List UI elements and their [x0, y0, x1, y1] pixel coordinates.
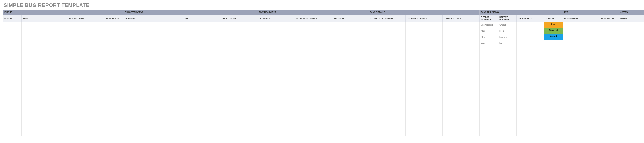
cell[interactable] [22, 130, 68, 136]
cell[interactable] [368, 70, 406, 76]
cell[interactable] [68, 22, 105, 28]
cell[interactable] [368, 94, 406, 100]
cell[interactable] [332, 58, 368, 64]
cell[interactable] [332, 124, 368, 130]
cell[interactable] [442, 88, 480, 94]
cell[interactable] [600, 130, 618, 136]
cell[interactable] [105, 46, 123, 52]
cell[interactable] [105, 70, 123, 76]
cell[interactable] [516, 106, 544, 112]
cell[interactable] [123, 22, 184, 28]
cell[interactable] [368, 22, 406, 28]
cell[interactable] [105, 64, 123, 70]
cell[interactable] [406, 64, 442, 70]
cell[interactable] [184, 88, 220, 94]
cell[interactable] [184, 34, 220, 40]
cell[interactable] [184, 58, 220, 64]
cell[interactable] [68, 124, 105, 130]
cell[interactable] [516, 34, 544, 40]
cell[interactable] [68, 100, 105, 106]
cell[interactable] [220, 130, 258, 136]
cell[interactable] [332, 40, 368, 46]
cell[interactable] [123, 58, 184, 64]
cell[interactable] [442, 70, 480, 76]
cell[interactable] [220, 22, 258, 28]
cell[interactable] [406, 124, 442, 130]
cell[interactable] [618, 46, 644, 52]
cell[interactable] [498, 76, 516, 82]
cell[interactable] [332, 130, 368, 136]
cell[interactable] [184, 28, 220, 34]
cell[interactable] [563, 52, 600, 58]
cell[interactable] [294, 76, 332, 82]
cell[interactable] [368, 124, 406, 130]
cell[interactable] [618, 82, 644, 88]
cell[interactable] [332, 100, 368, 106]
cell[interactable] [123, 34, 184, 40]
cell[interactable] [258, 112, 294, 118]
cell[interactable] [105, 106, 123, 112]
cell[interactable] [22, 100, 68, 106]
cell[interactable] [68, 52, 105, 58]
cell[interactable] [442, 76, 480, 82]
cell[interactable] [332, 52, 368, 58]
cell[interactable] [563, 88, 600, 94]
cell[interactable] [123, 130, 184, 136]
cell[interactable] [258, 46, 294, 52]
cell[interactable] [105, 22, 123, 28]
cell[interactable] [68, 58, 105, 64]
defect-severity-cell[interactable]: Minor [480, 34, 498, 40]
cell[interactable] [563, 118, 600, 124]
cell[interactable] [3, 118, 22, 124]
cell[interactable] [258, 106, 294, 112]
cell[interactable] [294, 70, 332, 76]
cell[interactable] [332, 94, 368, 100]
cell[interactable] [406, 106, 442, 112]
cell[interactable] [442, 58, 480, 64]
cell[interactable] [618, 64, 644, 70]
cell[interactable] [68, 70, 105, 76]
cell[interactable] [563, 94, 600, 100]
cell[interactable] [68, 40, 105, 46]
cell[interactable] [368, 112, 406, 118]
status-cell[interactable]: Resolved [544, 28, 563, 34]
cell[interactable] [563, 112, 600, 118]
cell[interactable] [22, 64, 68, 70]
cell[interactable] [516, 52, 544, 58]
cell[interactable] [368, 34, 406, 40]
defect-severity-cell[interactable]: Major [480, 28, 498, 34]
cell[interactable] [544, 64, 563, 70]
cell[interactable] [516, 82, 544, 88]
cell[interactable] [258, 100, 294, 106]
cell[interactable] [294, 40, 332, 46]
cell[interactable] [3, 112, 22, 118]
cell[interactable] [123, 28, 184, 34]
cell[interactable] [105, 82, 123, 88]
cell[interactable] [123, 82, 184, 88]
cell[interactable] [184, 52, 220, 58]
cell[interactable] [618, 76, 644, 82]
cell[interactable] [618, 94, 644, 100]
cell[interactable] [480, 118, 498, 124]
cell[interactable] [68, 106, 105, 112]
cell[interactable] [442, 34, 480, 40]
cell[interactable] [123, 100, 184, 106]
cell[interactable] [68, 64, 105, 70]
cell[interactable] [220, 46, 258, 52]
cell[interactable] [563, 70, 600, 76]
cell[interactable] [22, 28, 68, 34]
cell[interactable] [406, 88, 442, 94]
cell[interactable] [184, 82, 220, 88]
cell[interactable] [294, 106, 332, 112]
cell[interactable] [258, 34, 294, 40]
cell[interactable] [600, 40, 618, 46]
cell[interactable] [618, 22, 644, 28]
cell[interactable] [480, 124, 498, 130]
cell[interactable] [480, 52, 498, 58]
cell[interactable] [516, 130, 544, 136]
cell[interactable] [3, 124, 22, 130]
cell[interactable] [516, 46, 544, 52]
cell[interactable] [618, 70, 644, 76]
cell[interactable] [3, 70, 22, 76]
cell[interactable] [600, 106, 618, 112]
